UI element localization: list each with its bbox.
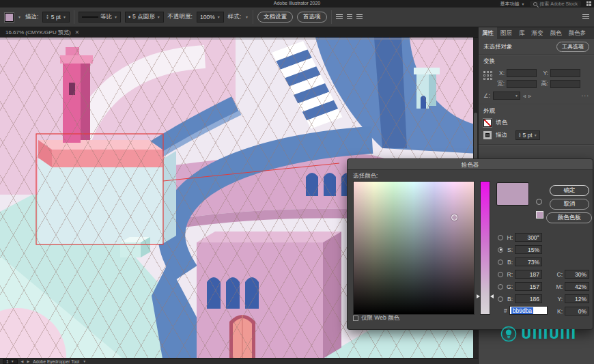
color-field[interactable] bbox=[353, 181, 475, 315]
transform-title: 变换 bbox=[483, 57, 589, 66]
web-colors-checkbox[interactable] bbox=[353, 316, 358, 321]
tab-color-guide[interactable]: 颜色参 bbox=[565, 27, 590, 39]
stepper-arrows-icon[interactable]: ▲▼ bbox=[518, 132, 521, 138]
stroke-label: 描边: bbox=[25, 13, 38, 21]
color-field-marker[interactable] bbox=[451, 214, 457, 221]
radio-blue[interactable] bbox=[498, 296, 503, 302]
tab-libraries[interactable]: 库 bbox=[515, 27, 528, 39]
s-input[interactable]: 15% bbox=[515, 245, 542, 254]
chevron-down-icon: ▼ bbox=[521, 2, 524, 6]
document-setup-button[interactable]: 文档设置 bbox=[257, 12, 293, 23]
document-tab[interactable]: 16.67% (CMYK/GPU 预览) bbox=[5, 29, 71, 36]
radio-r[interactable] bbox=[498, 272, 503, 277]
reference-point-selector[interactable] bbox=[483, 71, 493, 88]
document-tab-bar: 16.67% (CMYK/GPU 预览) ✕ bbox=[0, 27, 478, 38]
tab-layers[interactable]: 图层 bbox=[497, 27, 515, 39]
hex-input[interactable]: bb9dba bbox=[509, 306, 548, 315]
slider-arrow-icon[interactable] bbox=[490, 294, 494, 298]
rotate-icon: ∠: bbox=[483, 92, 490, 99]
color-swatches-button[interactable]: 颜色色板 bbox=[546, 212, 592, 223]
stroke-weight-stepper[interactable]: ▲▼ 5 pt ▼ bbox=[515, 130, 540, 140]
align-left-icon[interactable] bbox=[336, 14, 343, 20]
b-input[interactable]: 73% bbox=[515, 257, 542, 266]
chevron-down-icon: ▼ bbox=[157, 15, 160, 19]
control-bar: ▼ 描边: ▲▼ 5 pt ▼ 等比 ▼ • 5 点圆形 ▼ 不透明度: 100… bbox=[0, 8, 594, 27]
prev-artboard-icon[interactable]: ◀ bbox=[21, 359, 24, 363]
chevron-down-icon: ▼ bbox=[11, 359, 14, 363]
align-center-icon[interactable] bbox=[347, 14, 352, 20]
next-artboard-icon[interactable]: ▶ bbox=[27, 359, 29, 363]
radio-g[interactable] bbox=[498, 284, 503, 290]
fill-color-swatch[interactable] bbox=[5, 13, 14, 22]
search-icon bbox=[533, 2, 537, 6]
width-input[interactable] bbox=[507, 80, 537, 88]
chevron-down-icon: ▼ bbox=[217, 15, 221, 19]
g-input[interactable]: 157 bbox=[515, 282, 542, 291]
separator bbox=[74, 10, 74, 24]
current-tool-label: Adobe Eyedropper Tool bbox=[33, 359, 79, 364]
panel-tab-bar: 属性 图层 库 渐变 颜色 颜色参 bbox=[479, 27, 594, 39]
transform-section: 变换 X: 宽: Y: 高: ∠: ▼ ◃ ▹ ··· bbox=[479, 55, 594, 104]
c-input[interactable]: 30% bbox=[565, 270, 589, 279]
brush-dot-icon: • bbox=[128, 14, 130, 20]
chevron-down-icon: ▼ bbox=[534, 133, 537, 137]
style-label: 样式: bbox=[228, 13, 241, 21]
width-profile-select[interactable]: 等比 ▼ bbox=[79, 12, 121, 23]
brush-select[interactable]: • 5 点圆形 ▼ bbox=[125, 12, 164, 23]
ok-button[interactable]: 确定 bbox=[550, 185, 589, 196]
separator bbox=[253, 10, 253, 24]
flip-vertical-icon[interactable]: ▹ bbox=[528, 93, 531, 99]
new-color-preview bbox=[496, 182, 529, 206]
stepper-arrows-icon[interactable]: ▲▼ bbox=[46, 14, 48, 20]
appearance-section: 外观 填色 描边 ▲▼ 5 pt ▼ bbox=[479, 104, 594, 144]
fill-label: 填色 bbox=[496, 119, 507, 127]
close-icon[interactable]: ✕ bbox=[75, 29, 80, 36]
gamut-warning-icon[interactable] bbox=[536, 199, 542, 205]
stroke-weight-input[interactable]: ▲▼ 5 pt ▼ bbox=[42, 12, 70, 23]
tool-options-button[interactable]: 工具选项 bbox=[556, 42, 589, 52]
preferences-button[interactable]: 首选项 bbox=[297, 12, 327, 23]
stock-search-input[interactable]: 搜索 Adobe Stock bbox=[530, 1, 581, 7]
radio-s[interactable] bbox=[498, 247, 503, 253]
lightbulb-icon bbox=[500, 326, 517, 342]
radio-h[interactable] bbox=[498, 235, 503, 240]
tab-gradient[interactable]: 渐变 bbox=[528, 27, 547, 39]
cancel-button[interactable]: 取消 bbox=[550, 199, 589, 210]
artboard-navigation[interactable]: 1 ▼ bbox=[3, 359, 18, 364]
radio-b[interactable] bbox=[498, 260, 503, 265]
fill-none-swatch[interactable] bbox=[483, 119, 492, 127]
y-input[interactable] bbox=[550, 69, 580, 77]
stroke-label: 描边 bbox=[496, 131, 507, 139]
flip-horizontal-icon[interactable]: ◃ bbox=[523, 93, 526, 99]
workspace-switcher[interactable]: 基本功能 ▼ bbox=[500, 1, 524, 8]
tab-color[interactable]: 颜色 bbox=[547, 27, 565, 39]
k-input[interactable]: 0% bbox=[565, 307, 589, 316]
align-right-icon[interactable] bbox=[356, 14, 363, 20]
blue-input[interactable]: 186 bbox=[515, 294, 542, 303]
chevron-down-icon: ▼ bbox=[114, 15, 117, 19]
more-options-button[interactable]: ··· bbox=[582, 92, 590, 99]
height-input[interactable] bbox=[550, 80, 580, 88]
panel-menu-icon[interactable] bbox=[582, 14, 589, 20]
chevron-down-icon[interactable]: ▼ bbox=[83, 359, 86, 363]
opacity-input[interactable]: 100% ▼ bbox=[197, 12, 224, 23]
r-input[interactable]: 187 bbox=[515, 270, 542, 279]
appearance-title: 外观 bbox=[483, 107, 589, 115]
tab-properties[interactable]: 属性 bbox=[479, 27, 497, 39]
dialog-title-bar[interactable]: 拾色器 bbox=[348, 159, 593, 170]
workspace-grid-icon[interactable] bbox=[586, 1, 591, 6]
saturation-slider[interactable] bbox=[480, 181, 490, 315]
web-safe-swatch[interactable] bbox=[536, 211, 543, 219]
separator bbox=[331, 10, 332, 24]
angle-input[interactable]: ▼ bbox=[493, 92, 520, 100]
stroke-swatch[interactable] bbox=[483, 131, 492, 139]
watermark: UIIIUIII bbox=[500, 326, 576, 342]
y-input[interactable]: 12% bbox=[565, 294, 589, 303]
color-picker-dialog: 拾色器 选择颜色: 确定 取消 颜色色板 H: 300° S: bbox=[347, 158, 593, 330]
hex-hash-label: # bbox=[504, 307, 507, 314]
h-input[interactable]: 300° bbox=[515, 233, 542, 242]
x-input[interactable] bbox=[507, 69, 537, 77]
chevron-down-icon[interactable]: ▼ bbox=[245, 15, 249, 19]
m-input[interactable]: 42% bbox=[565, 282, 589, 291]
slider-arrow-icon[interactable] bbox=[477, 294, 480, 298]
